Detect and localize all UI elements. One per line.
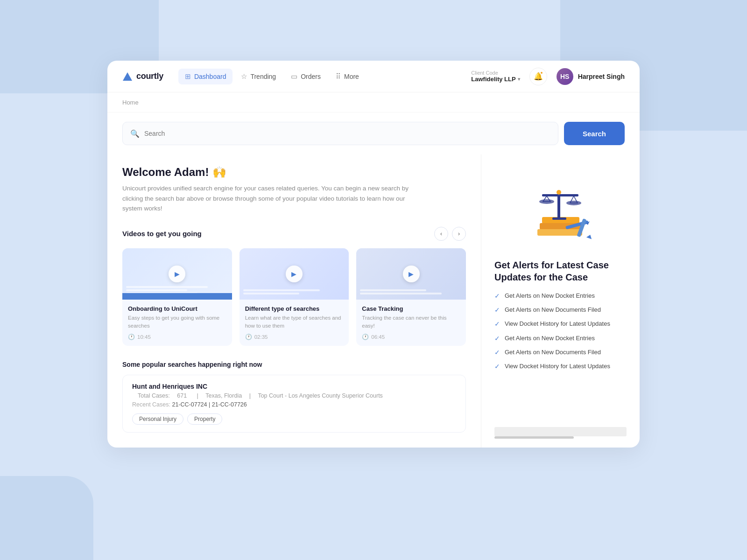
alert-item-4: ✓ Get Alerts on New Documents Filed [494,348,627,357]
video-thumbnail-inner-2: ▶ [356,248,466,300]
svg-point-10 [557,190,561,195]
svg-rect-6 [542,194,578,196]
check-icon-2: ✓ [494,320,500,328]
result-meta-0: Total Cases: 671 | Texas, Flordia | Top … [132,392,456,399]
search-button[interactable]: Search [564,122,625,145]
logo[interactable]: courtly [122,71,163,82]
thumb-decoration-2 [360,289,462,296]
tag-personal-injury[interactable]: Personal Injury [132,413,183,425]
client-code-container[interactable]: Client Code Lawfidelity LLP ▾ [471,70,520,83]
nav-items: ⊞ Dashboard ☆ Trending ▭ Orders ⠿ More [178,69,366,84]
content-area: Welcome Adam! 🙌 Unicourt provides unifie… [107,154,640,448]
video-nav-arrows: ‹ › [434,227,466,241]
arrow-next-button[interactable]: › [452,227,466,241]
result-tags-0: Personal Injury Property [132,413,456,425]
logo-icon [122,71,133,82]
nav-item-trending[interactable]: ☆ Trending [234,69,282,84]
video-card-1[interactable]: ▶ Different type of searches Learn what … [240,248,349,346]
alert-text-3: Get Alerts on New Docket Entries [505,334,595,343]
bg-decoration-bottom-left [0,476,93,560]
alert-item-5: ✓ View Docket History for Latest Updates [494,362,627,371]
alert-text-2: View Docket History for Latest Updates [505,320,610,328]
check-icon-1: ✓ [494,306,500,314]
notification-dot [540,71,543,75]
video-title-1: Different type of searches [245,305,344,312]
popular-searches-title: Some popular searches happening right no… [122,361,466,368]
videos-section-title: Videos to get you going [122,230,202,238]
video-thumbnail-2: ▶ [356,248,466,300]
search-section: 🔍 Search [107,112,640,154]
video-title-2: Case Tracking [362,305,460,312]
nav-item-orders[interactable]: ▭ Orders [284,69,327,84]
nav-item-more[interactable]: ⠿ More [329,69,366,84]
video-desc-1: Learn what are the type of searches and … [245,314,344,330]
alert-item-3: ✓ Get Alerts on New Docket Entries [494,334,627,343]
thumb-decoration-1 [243,289,345,296]
user-name: Harpreet Singh [578,73,625,80]
clock-icon-2: 🕐 [362,334,369,340]
search-icon: 🔍 [130,129,140,138]
alert-text-1: Get Alerts on New Documents Filed [505,306,601,314]
video-desc-0: Easy steps to get you going with some se… [128,314,226,330]
alert-text-5: View Docket History for Latest Updates [505,362,610,371]
navbar-right: Client Code Lawfidelity LLP ▾ 🔔 HS Harpr… [471,68,625,85]
clock-icon-1: 🕐 [245,334,252,340]
orders-icon: ▭ [291,72,297,81]
legal-illustration [514,168,607,247]
check-icon-5: ✓ [494,363,500,370]
result-name-0[interactable]: Hunt and Henriques INC [132,383,456,390]
video-card-2[interactable]: ▶ Case Tracking Tracking the case can ne… [356,248,466,346]
video-desc-2: Tracking the case can never be this easy… [362,314,460,330]
play-icon-2: ▶ [403,266,420,282]
client-code-value: Lawfidelity LLP ▾ [471,76,520,83]
left-panel: Welcome Adam! 🙌 Unicourt provides unifie… [107,154,481,448]
svg-rect-9 [552,217,566,220]
search-result-card-0: Hunt and Henriques INC Total Cases: 671 … [122,375,466,433]
video-info-0: Onboarding to UniCourt Easy steps to get… [122,300,232,346]
tag-property[interactable]: Property [187,413,222,425]
video-thumbnail-0: ▶ [122,248,232,300]
result-recent-cases-0: Recent Cases: 21-CC-07724 | 21-CC-07726 [132,401,456,408]
nav-label-trending: Trending [250,73,276,80]
nav-item-dashboard[interactable]: ⊞ Dashboard [178,69,233,84]
navbar: courtly ⊞ Dashboard ☆ Trending ▭ Orders … [107,61,640,92]
star-icon: ☆ [241,72,247,81]
breadcrumb: Home [107,92,640,112]
notifications-button[interactable]: 🔔 [529,68,547,85]
video-thumbnail-1: ▶ [240,248,349,300]
search-bar-container: 🔍 Search [122,122,625,145]
video-card-0[interactable]: ▶ Onboarding to UniCourt Easy steps to g… [122,248,232,346]
main-card: courtly ⊞ Dashboard ☆ Trending ▭ Orders … [107,61,640,448]
search-input-wrapper: 🔍 [122,122,558,145]
check-icon-3: ✓ [494,335,500,342]
client-code-label: Client Code [471,70,520,76]
video-info-1: Different type of searches Learn what ar… [240,300,349,346]
video-duration-2: 🕐 06:45 [362,334,460,340]
arrow-prev-button[interactable]: ‹ [434,227,448,241]
result-cases-count: Total Cases: 671 [135,392,191,399]
dashboard-icon: ⊞ [185,72,191,81]
nav-label-orders: Orders [301,73,321,80]
clock-icon: 🕐 [128,334,135,340]
alert-item-0: ✓ Get Alerts on New Docket Entries [494,292,627,300]
alert-text-4: Get Alerts on New Documents Filed [505,348,601,357]
videos-section-header: Videos to get you going ‹ › [122,227,466,241]
video-duration-1: 🕐 02:35 [245,334,344,340]
chevron-down-icon: ▾ [518,77,520,82]
right-panel: Get Alerts for Latest Case Updates for t… [481,154,640,448]
svg-rect-2 [537,229,582,236]
nav-label-dashboard: Dashboard [194,73,226,80]
logo-triangle-icon [123,72,132,81]
play-icon-0: ▶ [169,266,185,282]
illustration-container [494,166,627,250]
alert-text-0: Get Alerts on New Docket Entries [505,292,595,300]
video-title-0: Onboarding to UniCourt [128,305,226,312]
scrollbar-track[interactable] [494,427,627,436]
welcome-title: Welcome Adam! 🙌 [122,166,466,179]
videos-grid: ▶ Onboarding to UniCourt Easy steps to g… [122,248,466,346]
user-info[interactable]: HS Harpreet Singh [557,68,625,85]
check-icon-4: ✓ [494,349,500,356]
video-duration-0: 🕐 10:45 [128,334,226,340]
thumb-bar [122,293,232,300]
search-input[interactable] [144,130,550,137]
